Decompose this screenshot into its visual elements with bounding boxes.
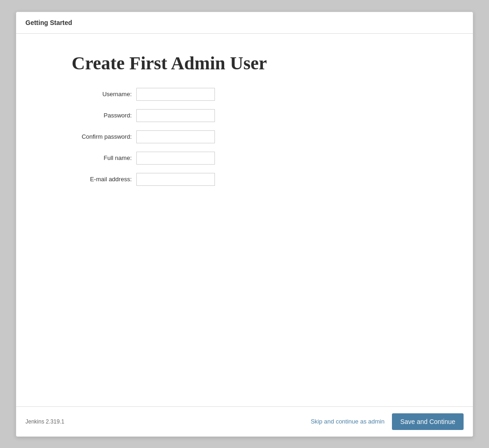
full-name-label: Full name:: [72, 154, 136, 161]
dialog-body: Create First Admin User Username: Passwo…: [16, 34, 473, 406]
footer-actions: Skip and continue as admin Save and Cont…: [311, 413, 464, 430]
password-input[interactable]: [136, 109, 215, 122]
confirm-password-label: Confirm password:: [72, 133, 136, 140]
page-title: Create First Admin User: [72, 52, 445, 74]
dialog-container: Getting Started Create First Admin User …: [16, 12, 473, 437]
username-label: Username:: [72, 91, 136, 98]
skip-button[interactable]: Skip and continue as admin: [311, 418, 385, 425]
confirm-password-field-group: Confirm password:: [72, 130, 445, 143]
email-field-group: E-mail address:: [72, 173, 445, 186]
username-field-group: Username:: [72, 88, 445, 101]
version-label: Jenkins 2.319.1: [25, 418, 64, 425]
dialog-header-title: Getting Started: [25, 19, 72, 26]
email-input[interactable]: [136, 173, 215, 186]
password-field-group: Password:: [72, 109, 445, 122]
full-name-field-group: Full name:: [72, 152, 445, 165]
email-label: E-mail address:: [72, 176, 136, 183]
save-continue-button[interactable]: Save and Continue: [392, 413, 464, 430]
password-label: Password:: [72, 112, 136, 119]
dialog-header: Getting Started: [16, 12, 473, 34]
full-name-input[interactable]: [136, 152, 215, 165]
username-input[interactable]: [136, 88, 215, 101]
confirm-password-input[interactable]: [136, 130, 215, 143]
dialog-footer: Jenkins 2.319.1 Skip and continue as adm…: [16, 406, 473, 436]
